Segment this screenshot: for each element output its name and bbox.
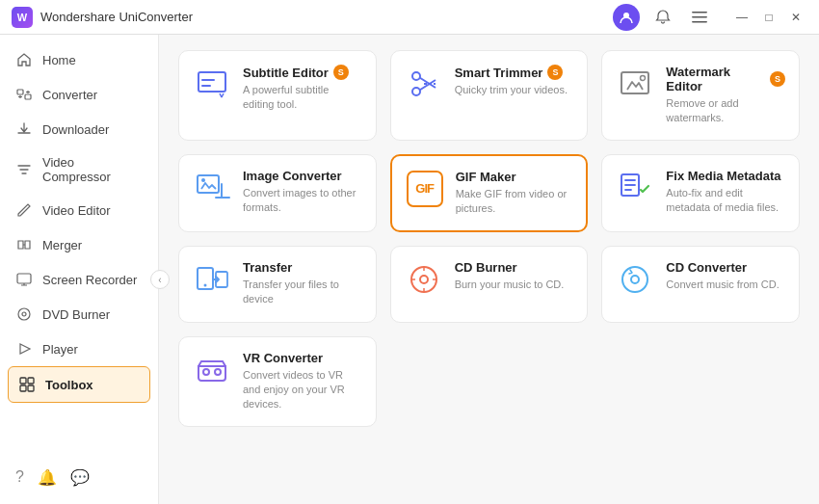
sidebar-item-dvd-burner[interactable]: DVD Burner bbox=[0, 297, 158, 332]
tool-badge-subtitle-editor: S bbox=[333, 65, 349, 80]
svg-rect-6 bbox=[17, 274, 31, 283]
compress-icon bbox=[15, 161, 33, 178]
app-logo: W bbox=[12, 7, 33, 28]
minimize-button[interactable]: — bbox=[730, 6, 753, 29]
svg-rect-5 bbox=[25, 94, 31, 99]
tool-title-gif-maker: GIF Maker bbox=[456, 170, 573, 184]
sidebar-bottom: ? 🔔 💬 bbox=[0, 459, 158, 496]
svg-point-14 bbox=[412, 72, 420, 80]
sidebar-item-video-editor[interactable]: Video Editor bbox=[0, 193, 158, 227]
tool-card-image-converter[interactable]: Image ConverterConvert images to other f… bbox=[178, 154, 377, 232]
tool-desc-cd-converter: Convert music from CD. bbox=[666, 278, 779, 292]
tool-desc-gif-maker: Make GIF from video or pictures. bbox=[456, 187, 573, 217]
tool-badge-watermark-editor: S bbox=[770, 71, 785, 87]
sidebar-item-video-compressor[interactable]: Video Compressor bbox=[0, 146, 158, 193]
sidebar-label-toolbox: Toolbox bbox=[45, 378, 93, 392]
svg-point-15 bbox=[412, 88, 420, 95]
svg-point-8 bbox=[22, 312, 26, 316]
sidebar-label-downloader: Downloader bbox=[42, 122, 109, 137]
tool-icon-fix-media-metadata bbox=[616, 169, 654, 207]
tool-icon-subtitle-editor bbox=[193, 65, 231, 103]
svg-rect-9 bbox=[20, 378, 26, 384]
sidebar-item-home[interactable]: Home bbox=[0, 42, 158, 77]
feedback-icon[interactable]: 💬 bbox=[70, 468, 90, 487]
svg-point-19 bbox=[201, 178, 205, 182]
titlebar-left: W Wondershare UniConverter bbox=[12, 7, 193, 28]
tool-desc-subtitle-editor: A powerful subtitle editing tool. bbox=[243, 83, 362, 113]
sidebar-item-screen-recorder[interactable]: Screen Recorder ‹ bbox=[0, 262, 158, 297]
tool-desc-watermark-editor: Remove or add watermarks. bbox=[666, 96, 785, 126]
svg-rect-2 bbox=[692, 16, 707, 18]
tool-icon-transfer bbox=[193, 260, 231, 299]
sidebar-label-video-editor: Video Editor bbox=[42, 203, 111, 218]
sidebar-label-dvd-burner: DVD Burner bbox=[42, 307, 110, 322]
sidebar-label-merger: Merger bbox=[42, 238, 82, 252]
sidebar-collapse-button[interactable]: ‹ bbox=[150, 270, 170, 289]
window-controls: — □ ✕ bbox=[730, 6, 807, 29]
sidebar-item-toolbox[interactable]: Toolbox bbox=[8, 366, 150, 403]
close-button[interactable]: ✕ bbox=[784, 6, 807, 29]
toolbox-icon bbox=[18, 376, 36, 393]
tool-title-fix-media-metadata: Fix Media Metadata bbox=[666, 169, 785, 183]
tool-desc-image-converter: Convert images to other formats. bbox=[243, 186, 362, 216]
tool-card-transfer[interactable]: TransferTransfer your files to device bbox=[178, 246, 377, 323]
sidebar-item-downloader[interactable]: Downloader bbox=[0, 112, 158, 146]
titlebar: W Wondershare UniConverter — □ ✕ bbox=[0, 0, 819, 35]
sidebar-label-player: Player bbox=[42, 342, 78, 357]
help-icon[interactable]: ? bbox=[15, 468, 24, 487]
tool-title-cd-burner: CD Burner bbox=[455, 260, 565, 275]
tool-card-watermark-editor[interactable]: Watermark EditorSRemove or add watermark… bbox=[601, 50, 800, 141]
menu-icon[interactable] bbox=[686, 4, 713, 31]
svg-point-29 bbox=[215, 369, 221, 375]
tool-card-gif-maker[interactable]: GIFGIF MakerMake GIF from video or pictu… bbox=[390, 154, 589, 232]
bell-header-icon[interactable] bbox=[649, 4, 676, 31]
main-layout: Home Converter Downloader Video Compress… bbox=[0, 35, 819, 504]
sidebar-item-player[interactable]: Player bbox=[0, 332, 158, 366]
titlebar-right: — □ ✕ bbox=[613, 4, 807, 31]
screen-icon bbox=[15, 271, 33, 288]
tool-card-smart-trimmer[interactable]: Smart TrimmerSQuicky trim your videos. bbox=[390, 50, 589, 141]
svg-point-28 bbox=[203, 369, 209, 375]
toolbox-grid: Subtitle EditorSA powerful subtitle edit… bbox=[178, 50, 800, 427]
converter-icon bbox=[15, 86, 33, 103]
sidebar-label-converter: Converter bbox=[42, 88, 97, 102]
tool-icon-smart-trimmer bbox=[405, 65, 443, 103]
tool-icon-image-converter bbox=[193, 169, 231, 207]
tool-text-vr-converter: VR ConverterConvert videos to VR and enj… bbox=[243, 351, 362, 412]
tool-text-subtitle-editor: Subtitle EditorSA powerful subtitle edit… bbox=[243, 65, 362, 113]
tool-icon-vr-converter bbox=[193, 351, 231, 389]
home-icon bbox=[15, 51, 33, 68]
edit-icon bbox=[15, 201, 33, 219]
svg-point-26 bbox=[622, 267, 647, 292]
tool-card-cd-converter[interactable]: CD ConverterConvert music from CD. bbox=[601, 246, 800, 323]
tool-title-image-converter: Image Converter bbox=[243, 169, 362, 183]
tool-title-watermark-editor: Watermark EditorS bbox=[666, 65, 785, 93]
notification-icon[interactable]: 🔔 bbox=[38, 468, 57, 487]
tool-icon-cd-converter bbox=[616, 260, 654, 299]
tool-text-smart-trimmer: Smart TrimmerSQuicky trim your videos. bbox=[455, 65, 568, 97]
tool-card-vr-converter[interactable]: VR ConverterConvert videos to VR and enj… bbox=[178, 336, 377, 427]
app-title: Wondershare UniConverter bbox=[40, 10, 193, 24]
maximize-button[interactable]: □ bbox=[757, 6, 780, 29]
tool-desc-transfer: Transfer your files to device bbox=[243, 278, 362, 307]
content-area: Subtitle EditorSA powerful subtitle edit… bbox=[159, 35, 819, 504]
dvd-icon bbox=[15, 305, 33, 323]
tool-card-cd-burner[interactable]: CD BurnerBurn your music to CD. bbox=[390, 246, 589, 323]
sidebar-item-converter[interactable]: Converter bbox=[0, 77, 158, 112]
tool-card-fix-media-metadata[interactable]: Fix Media MetadataAuto-fix and edit meta… bbox=[601, 154, 800, 232]
tool-badge-smart-trimmer: S bbox=[547, 65, 563, 80]
tool-title-subtitle-editor: Subtitle EditorS bbox=[243, 65, 362, 80]
svg-rect-12 bbox=[28, 385, 34, 391]
sidebar-item-merger[interactable]: Merger bbox=[0, 227, 158, 262]
sidebar-label-home: Home bbox=[42, 53, 76, 67]
user-icon[interactable] bbox=[613, 4, 640, 31]
svg-rect-13 bbox=[198, 72, 225, 92]
tool-title-cd-converter: CD Converter bbox=[666, 260, 779, 275]
player-icon bbox=[15, 340, 33, 358]
tool-text-fix-media-metadata: Fix Media MetadataAuto-fix and edit meta… bbox=[666, 169, 785, 216]
tool-card-subtitle-editor[interactable]: Subtitle EditorSA powerful subtitle edit… bbox=[178, 50, 377, 141]
tool-text-cd-converter: CD ConverterConvert music from CD. bbox=[666, 260, 779, 292]
svg-rect-4 bbox=[17, 90, 23, 94]
tool-title-transfer: Transfer bbox=[243, 260, 362, 275]
tool-desc-cd-burner: Burn your music to CD. bbox=[455, 278, 565, 292]
